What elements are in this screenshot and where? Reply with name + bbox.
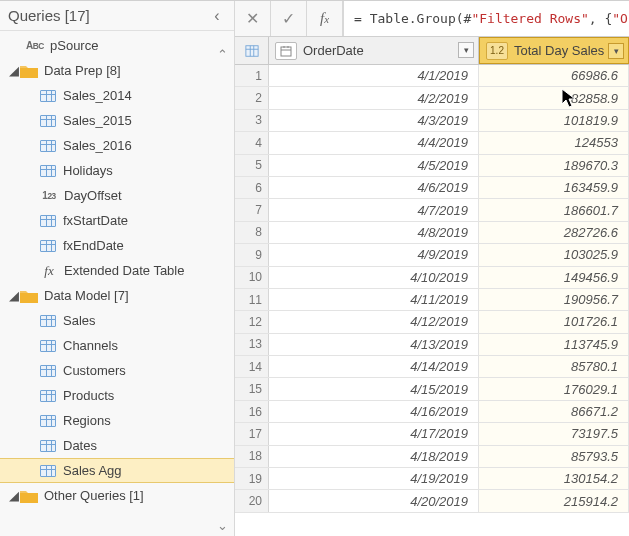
cell-orderdate[interactable]: 4/3/2019 <box>269 110 479 131</box>
formula-input[interactable]: = Table.Group(#"Filtered Rows", {"O <box>343 1 629 36</box>
row-number[interactable]: 15 <box>235 378 269 399</box>
scroll-down-icon[interactable]: ⌄ <box>213 516 231 534</box>
cell-totaldaysales[interactable]: 215914.2 <box>479 490 629 511</box>
query-item-psource[interactable]: ABCpSource <box>0 33 234 58</box>
cell-totaldaysales[interactable]: 189670.3 <box>479 155 629 176</box>
row-number[interactable]: 11 <box>235 289 269 310</box>
expand-collapse-icon[interactable]: ◢ <box>8 488 20 503</box>
cell-totaldaysales[interactable]: 85780.1 <box>479 356 629 377</box>
query-item-regions[interactable]: Regions <box>0 408 234 433</box>
table-row[interactable]: 194/19/2019130154.2 <box>235 468 629 490</box>
cell-totaldaysales[interactable]: 149456.9 <box>479 267 629 288</box>
cell-orderdate[interactable]: 4/1/2019 <box>269 65 479 86</box>
cell-totaldaysales[interactable]: 85793.5 <box>479 446 629 467</box>
column-header-orderdate[interactable]: OrderDate ▾ <box>269 37 479 64</box>
cell-orderdate[interactable]: 4/9/2019 <box>269 244 479 265</box>
commit-formula-icon[interactable]: ✓ <box>271 1 307 36</box>
cell-totaldaysales[interactable]: 103025.9 <box>479 244 629 265</box>
table-row[interactable]: 64/6/2019163459.9 <box>235 177 629 199</box>
cell-totaldaysales[interactable]: 124553 <box>479 132 629 153</box>
column-filter-dropdown-icon[interactable]: ▾ <box>608 43 624 59</box>
cell-orderdate[interactable]: 4/14/2019 <box>269 356 479 377</box>
query-item-sales2015[interactable]: Sales_2015 <box>0 108 234 133</box>
table-row[interactable]: 114/11/2019190956.7 <box>235 289 629 311</box>
cell-totaldaysales[interactable]: 86671.2 <box>479 401 629 422</box>
table-row[interactable]: 94/9/2019103025.9 <box>235 244 629 266</box>
table-row[interactable]: 84/8/2019282726.6 <box>235 222 629 244</box>
table-row[interactable]: 164/16/201986671.2 <box>235 401 629 423</box>
table-row[interactable]: 174/17/201973197.5 <box>235 423 629 445</box>
query-item-sales2016[interactable]: Sales_2016 <box>0 133 234 158</box>
query-item-fxstart[interactable]: fxStartDate <box>0 208 234 233</box>
column-header-totaldaysales[interactable]: 1.2 Total Day Sales ▾ <box>479 37 629 64</box>
cell-totaldaysales[interactable]: 82858.9 <box>479 87 629 108</box>
row-number[interactable]: 9 <box>235 244 269 265</box>
row-number[interactable]: 12 <box>235 311 269 332</box>
cell-orderdate[interactable]: 4/4/2019 <box>269 132 479 153</box>
cell-orderdate[interactable]: 4/18/2019 <box>269 446 479 467</box>
cell-totaldaysales[interactable]: 186601.7 <box>479 199 629 220</box>
query-item-fxend[interactable]: fxEndDate <box>0 233 234 258</box>
cell-orderdate[interactable]: 4/19/2019 <box>269 468 479 489</box>
query-item-dayoffset[interactable]: 123DayOffset <box>0 183 234 208</box>
cell-orderdate[interactable]: 4/16/2019 <box>269 401 479 422</box>
query-item-extdate[interactable]: fxExtended Date Table <box>0 258 234 283</box>
row-number[interactable]: 6 <box>235 177 269 198</box>
row-number[interactable]: 10 <box>235 267 269 288</box>
expand-collapse-icon[interactable]: ◢ <box>8 288 20 303</box>
query-item-products[interactable]: Products <box>0 383 234 408</box>
row-number[interactable]: 20 <box>235 490 269 511</box>
cell-orderdate[interactable]: 4/10/2019 <box>269 267 479 288</box>
cell-totaldaysales[interactable]: 190956.7 <box>479 289 629 310</box>
cell-orderdate[interactable]: 4/20/2019 <box>269 490 479 511</box>
cell-orderdate[interactable]: 4/15/2019 <box>269 378 479 399</box>
table-row[interactable]: 134/13/2019113745.9 <box>235 334 629 356</box>
cell-totaldaysales[interactable]: 66986.6 <box>479 65 629 86</box>
query-item-salesagg[interactable]: Sales Agg <box>0 458 234 483</box>
table-row[interactable]: 204/20/2019215914.2 <box>235 490 629 512</box>
cell-totaldaysales[interactable]: 282726.6 <box>479 222 629 243</box>
cell-orderdate[interactable]: 4/12/2019 <box>269 311 479 332</box>
cell-totaldaysales[interactable]: 113745.9 <box>479 334 629 355</box>
row-number[interactable]: 17 <box>235 423 269 444</box>
table-row[interactable]: 54/5/2019189670.3 <box>235 155 629 177</box>
row-number[interactable]: 7 <box>235 199 269 220</box>
query-item-customers[interactable]: Customers <box>0 358 234 383</box>
query-group-datamodel[interactable]: ◢Data Model [7] <box>0 283 234 308</box>
cell-totaldaysales[interactable]: 163459.9 <box>479 177 629 198</box>
select-all-corner[interactable] <box>235 37 269 64</box>
cell-totaldaysales[interactable]: 176029.1 <box>479 378 629 399</box>
table-row[interactable]: 34/3/2019101819.9 <box>235 110 629 132</box>
table-row[interactable]: 154/15/2019176029.1 <box>235 378 629 400</box>
collapse-pane-icon[interactable]: ‹ <box>210 9 224 23</box>
row-number[interactable]: 4 <box>235 132 269 153</box>
cell-totaldaysales[interactable]: 130154.2 <box>479 468 629 489</box>
fx-icon[interactable]: fx <box>307 1 343 36</box>
row-number[interactable]: 14 <box>235 356 269 377</box>
cell-totaldaysales[interactable]: 73197.5 <box>479 423 629 444</box>
table-row[interactable]: 104/10/2019149456.9 <box>235 267 629 289</box>
query-item-salesq[interactable]: Sales <box>0 308 234 333</box>
table-row[interactable]: 124/12/2019101726.1 <box>235 311 629 333</box>
table-row[interactable]: 44/4/2019124553 <box>235 132 629 154</box>
table-row[interactable]: 184/18/201985793.5 <box>235 446 629 468</box>
cell-orderdate[interactable]: 4/2/2019 <box>269 87 479 108</box>
query-group-otherq[interactable]: ◢Other Queries [1] <box>0 483 234 508</box>
cell-orderdate[interactable]: 4/5/2019 <box>269 155 479 176</box>
query-item-holidays[interactable]: Holidays <box>0 158 234 183</box>
cell-totaldaysales[interactable]: 101726.1 <box>479 311 629 332</box>
table-row[interactable]: 144/14/201985780.1 <box>235 356 629 378</box>
cell-orderdate[interactable]: 4/8/2019 <box>269 222 479 243</box>
cell-orderdate[interactable]: 4/7/2019 <box>269 199 479 220</box>
row-number[interactable]: 5 <box>235 155 269 176</box>
cell-orderdate[interactable]: 4/6/2019 <box>269 177 479 198</box>
cell-orderdate[interactable]: 4/11/2019 <box>269 289 479 310</box>
cell-orderdate[interactable]: 4/13/2019 <box>269 334 479 355</box>
table-row[interactable]: 24/2/201982858.9 <box>235 87 629 109</box>
expand-collapse-icon[interactable]: ◢ <box>8 63 20 78</box>
cancel-formula-icon[interactable]: ✕ <box>235 1 271 36</box>
row-number[interactable]: 19 <box>235 468 269 489</box>
table-row[interactable]: 74/7/2019186601.7 <box>235 199 629 221</box>
cell-totaldaysales[interactable]: 101819.9 <box>479 110 629 131</box>
row-number[interactable]: 18 <box>235 446 269 467</box>
